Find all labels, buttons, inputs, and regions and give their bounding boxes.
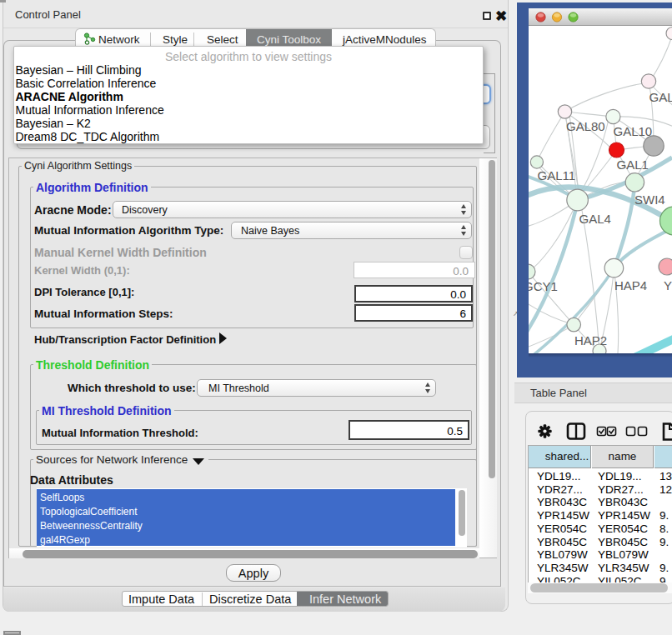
svg-text:HAP4: HAP4 [614,278,647,292]
svg-text:GCY1: GCY1 [529,279,558,293]
svg-text:GAL10: GAL10 [614,124,653,138]
svg-text:GAL1: GAL1 [617,158,649,172]
svg-text:HAP2: HAP2 [574,333,607,348]
svg-text:Y: Y [664,278,672,292]
svg-text:SWI4: SWI4 [634,192,665,207]
svg-text:GAL11: GAL11 [538,168,576,182]
svg-text:GAL2: GAL2 [649,90,672,104]
svg-text:GAL80: GAL80 [566,119,605,133]
svg-text:GAL4: GAL4 [579,212,611,226]
